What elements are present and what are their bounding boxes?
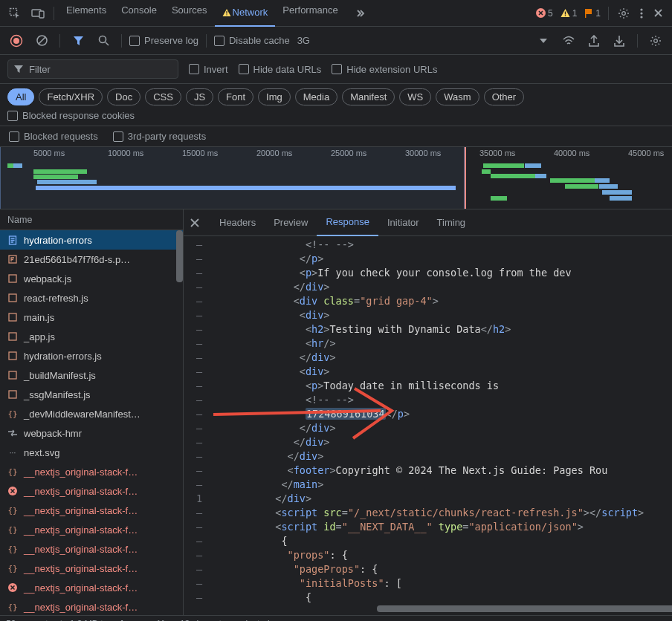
- request-row[interactable]: {}_devMiddlewareManifest…: [0, 404, 183, 423]
- filter-input[interactable]: Filter: [7, 59, 178, 79]
- warning-count-badge[interactable]: 1: [558, 8, 581, 19]
- svg-rect-25: [9, 352, 16, 360]
- request-row[interactable]: main.js: [0, 308, 183, 327]
- hide-data-urls-input[interactable]: [239, 64, 249, 74]
- file-type-icon: {}: [7, 506, 18, 516]
- clear-button[interactable]: [31, 30, 52, 51]
- inspect-icon[interactable]: [4, 3, 25, 24]
- request-row[interactable]: {}__nextjs_original-stack-f…: [0, 520, 183, 539]
- throttling-value: 3G: [297, 35, 310, 46]
- type-pill-other[interactable]: Other: [484, 88, 525, 105]
- network-conditions-icon[interactable]: [558, 30, 579, 51]
- panel-tab-console[interactable]: Console: [114, 0, 164, 21]
- panel-tab-elements[interactable]: Elements: [59, 0, 114, 21]
- blocked-requests-checkbox[interactable]: Blocked requests: [9, 131, 98, 142]
- close-response-icon[interactable]: [187, 218, 207, 227]
- hide-ext-urls-input[interactable]: [332, 64, 342, 74]
- search-icon[interactable]: [93, 30, 114, 51]
- divider: [637, 34, 638, 48]
- panel-tab-network[interactable]: Network: [215, 0, 276, 27]
- response-tab-initiator[interactable]: Initiator: [378, 209, 428, 236]
- response-tab-response[interactable]: Response: [317, 209, 378, 236]
- error-count: 5: [548, 8, 553, 19]
- error-count-badge[interactable]: 5: [533, 8, 556, 19]
- settings-icon[interactable]: [613, 3, 634, 24]
- issue-count-badge[interactable]: 1: [581, 8, 604, 19]
- hide-ext-urls-checkbox[interactable]: Hide extension URLs: [332, 64, 437, 75]
- throttling-dropdown-icon[interactable]: [533, 30, 554, 51]
- type-pill-wasm[interactable]: Wasm: [436, 88, 479, 105]
- request-row[interactable]: react-refresh.js: [0, 288, 183, 308]
- panel-tab-performance[interactable]: Performance: [275, 0, 345, 21]
- invert-checkbox[interactable]: Invert: [189, 64, 228, 75]
- blocked-requests-input[interactable]: [9, 131, 19, 142]
- record-button[interactable]: [6, 30, 27, 51]
- request-row[interactable]: hydration-errors.js: [0, 346, 183, 365]
- request-row[interactable]: webpack.js: [0, 269, 183, 288]
- type-pill-media[interactable]: Media: [295, 88, 337, 105]
- file-type-icon: [7, 371, 18, 380]
- panel-tab-sources[interactable]: Sources: [164, 0, 215, 21]
- request-row[interactable]: {}__nextjs_original-stack-f…: [0, 597, 183, 615]
- request-row[interactable]: {}__nextjs_original-stack-f…: [0, 539, 183, 559]
- invert-input[interactable]: [189, 64, 199, 74]
- close-devtools-icon[interactable]: [649, 3, 668, 24]
- disable-cache-checkbox[interactable]: Disable cache: [214, 35, 290, 46]
- export-har-icon[interactable]: [584, 30, 604, 51]
- request-name: __nextjs_original-stack-f…: [24, 582, 138, 594]
- preserve-log-checkbox[interactable]: Preserve log: [129, 35, 198, 46]
- divider: [608, 7, 609, 20]
- throttling-select[interactable]: 3G: [294, 35, 313, 46]
- request-row[interactable]: ···next.svg: [0, 443, 183, 462]
- device-toolbar-icon[interactable]: [27, 3, 49, 24]
- request-row[interactable]: _app.js: [0, 327, 183, 346]
- blocked-cookies-checkbox[interactable]: Blocked response cookies: [7, 110, 135, 121]
- kebab-menu-icon[interactable]: [636, 3, 647, 24]
- request-row[interactable]: __nextjs_original-stack-f…: [0, 578, 183, 597]
- request-row[interactable]: _ssgManifest.js: [0, 385, 183, 404]
- more-tabs-button[interactable]: [347, 3, 372, 24]
- funnel-icon: [14, 65, 23, 74]
- type-pill-manifest[interactable]: Manifest: [342, 88, 395, 105]
- response-body[interactable]: ––––––––––––––––––1––––––– <!-- --> </p>…: [184, 236, 672, 615]
- request-row[interactable]: {}__nextjs_original-stack-f…: [0, 559, 183, 578]
- request-row[interactable]: webpack-hmr: [0, 423, 183, 443]
- scrollbar-vertical[interactable]: [176, 230, 183, 282]
- request-row[interactable]: {}__nextjs_original-stack-f…: [0, 462, 183, 481]
- name-column-header[interactable]: Name: [0, 209, 183, 230]
- hide-data-urls-checkbox[interactable]: Hide data URLs: [239, 64, 322, 75]
- request-list-pane: Name hydration-errors21ed5661b47f7f6d-s.…: [0, 209, 184, 615]
- file-type-icon: [7, 274, 18, 283]
- type-pill-ws[interactable]: WS: [399, 88, 431, 105]
- request-list[interactable]: hydration-errors21ed5661b47f7f6d-s.p…web…: [0, 230, 183, 615]
- type-pill-font[interactable]: Font: [218, 88, 253, 105]
- network-timeline[interactable]: 5000 ms10000 ms15000 ms20000 ms25000 ms3…: [0, 147, 672, 209]
- scrollbar-horizontal[interactable]: [377, 605, 672, 612]
- blocked-cookies-input[interactable]: [7, 111, 18, 121]
- type-pill-fetchxhr[interactable]: Fetch/XHR: [39, 88, 103, 105]
- type-pill-doc[interactable]: Doc: [107, 88, 140, 105]
- filter-toggle-icon[interactable]: [68, 30, 88, 51]
- request-row[interactable]: hydration-errors: [0, 230, 183, 250]
- network-settings-icon[interactable]: [645, 30, 666, 51]
- svg-point-17: [99, 36, 106, 43]
- preserve-log-input[interactable]: [129, 36, 140, 46]
- third-party-input[interactable]: [113, 131, 123, 142]
- response-tab-preview[interactable]: Preview: [265, 209, 317, 236]
- third-party-checkbox[interactable]: 3rd-party requests: [113, 131, 207, 142]
- request-row[interactable]: {}__nextjs_original-stack-f…: [0, 501, 183, 520]
- type-pill-img[interactable]: Img: [258, 88, 291, 105]
- svg-rect-21: [9, 275, 16, 282]
- response-tab-headers[interactable]: Headers: [210, 209, 265, 236]
- import-har-icon[interactable]: [609, 30, 630, 51]
- request-row[interactable]: _buildManifest.js: [0, 365, 183, 385]
- type-pill-js[interactable]: JS: [186, 88, 213, 105]
- request-row[interactable]: 21ed5661b47f7f6d-s.p…: [0, 250, 183, 269]
- response-tab-timing[interactable]: Timing: [428, 209, 475, 236]
- type-pill-all[interactable]: All: [7, 88, 34, 105]
- disable-cache-input[interactable]: [214, 36, 224, 46]
- file-type-icon: [7, 235, 18, 245]
- file-type-icon: [7, 429, 18, 437]
- request-row[interactable]: __nextjs_original-stack-f…: [0, 481, 183, 501]
- type-pill-css[interactable]: CSS: [145, 88, 181, 105]
